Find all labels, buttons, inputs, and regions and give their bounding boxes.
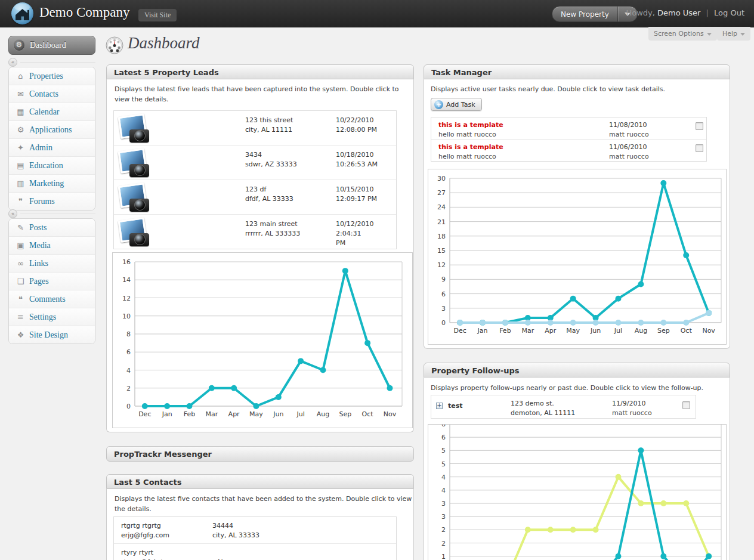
leads-monthly-chart: 0246810121416DecJanFebMarAprMayJunJulAug…: [112, 252, 413, 428]
sidebar-item-properties[interactable]: ⌂ Properties: [9, 67, 95, 85]
svg-text:Mar: Mar: [205, 410, 218, 418]
expand-plus-icon[interactable]: [436, 403, 443, 409]
contact-info-line1: [212, 548, 332, 558]
media-icon: ▣: [14, 241, 27, 250]
screen-options-tab[interactable]: Screen Options: [648, 27, 717, 41]
sidebar-item-label: Media: [29, 241, 51, 250]
svg-text:Jun: Jun: [590, 327, 601, 335]
lead-date: 10/18/2010: [336, 150, 395, 160]
key-icon: ✦: [14, 143, 27, 152]
task-row[interactable]: this is a template hello matt ruocco 11/…: [431, 139, 706, 161]
sidebar-item-label: Pages: [29, 277, 49, 286]
help-tab[interactable]: Help: [717, 27, 750, 41]
company-logo-icon[interactable]: [11, 2, 33, 24]
lead-row[interactable]: 123 df dfdf, AL 33333 10/15/2010 12:09:1…: [114, 180, 396, 214]
logout-link[interactable]: Log Out: [714, 8, 744, 17]
followup-checkbox[interactable]: [682, 401, 690, 409]
separator-line: [20, 62, 95, 63]
sidebar-item-dashboard[interactable]: Dashboard: [8, 36, 95, 55]
svg-text:Dec: Dec: [138, 410, 151, 418]
chat-bubble-icon: ❞: [14, 197, 27, 206]
svg-text:Oct: Oct: [362, 410, 374, 418]
howdy-prefix: Howdy,: [626, 8, 654, 17]
svg-text:Feb: Feb: [499, 327, 511, 335]
sidebar-item-pages[interactable]: ❑ Pages: [9, 272, 95, 290]
svg-text:2: 2: [441, 540, 446, 547]
new-property-button[interactable]: New Property: [552, 6, 638, 22]
followups-panel-title: Property Follow-ups: [431, 366, 519, 375]
followup-row[interactable]: test 123 demo st. demoton, AL 11111 11/9…: [431, 395, 696, 418]
contacts-panel-header[interactable]: Last 5 Contacts: [106, 474, 414, 489]
svg-text:Dec: Dec: [453, 327, 466, 335]
task-subtitle: hello matt ruocco: [438, 130, 588, 140]
collapse-arrow-icon[interactable]: [8, 209, 17, 218]
contacts-panel-description: Displays the latest five contacts that h…: [115, 494, 413, 514]
svg-text:18: 18: [437, 233, 446, 240]
sidebar-item-marketing[interactable]: ▥ Marketing: [9, 174, 95, 192]
svg-text:Feb: Feb: [184, 410, 195, 418]
sidebar-item-label: Posts: [29, 223, 47, 233]
svg-text:4: 4: [126, 367, 131, 375]
svg-text:3: 3: [441, 513, 446, 521]
svg-text:6: 6: [441, 434, 446, 441]
leads-panel-header[interactable]: Latest 5 Property Leads: [106, 64, 414, 79]
messenger-panel-header[interactable]: PropTrackr Messenger: [106, 446, 414, 462]
sidebar-item-applications[interactable]: ⚙ Applications: [9, 120, 95, 138]
sidebar-item-comments[interactable]: ❝ Comments: [9, 290, 95, 308]
user-greeting: Howdy, Demo User | Log Out: [626, 8, 744, 17]
svg-text:Nov: Nov: [384, 410, 397, 418]
contact-row[interactable]: rtgrtg rtgrtg erjg@fgfg.com 34444 city, …: [114, 517, 396, 543]
svg-text:8: 8: [126, 330, 131, 338]
followups-monthly-chart: 0112233445566DecJanFebMarAprMayJunJulAug…: [428, 424, 727, 560]
tasks-panel-header[interactable]: Task Manager: [424, 64, 730, 79]
svg-text:6: 6: [441, 290, 446, 298]
sidebar-item-calendar[interactable]: ▦ Calendar: [9, 103, 95, 120]
sidebar-item-settings[interactable]: ≡ Settings: [9, 308, 95, 326]
svg-text:27: 27: [437, 189, 446, 197]
svg-text:9: 9: [441, 276, 446, 283]
lead-time: 10:26:53 AM: [336, 160, 395, 169]
paint-icon: ❖: [14, 330, 27, 339]
task-checkbox[interactable]: [696, 122, 703, 130]
task-row[interactable]: this is a template hello matt ruocco 11/…: [431, 117, 706, 139]
svg-text:4: 4: [441, 474, 446, 481]
sidebar-item-label: Contacts: [29, 89, 58, 99]
sidebar-item-education[interactable]: ▤ Education: [9, 156, 95, 174]
dashboard-page: Demo Company Visit Site New Property How…: [0, 0, 754, 560]
followup-address-line1: 123 demo st.: [511, 399, 606, 409]
svg-text:15: 15: [437, 247, 446, 255]
svg-text:5: 5: [441, 460, 446, 468]
sidebar-item-contacts[interactable]: ✉ Contacts: [9, 85, 95, 103]
svg-text:Apr: Apr: [545, 327, 557, 335]
lead-address-line2: sdwr, AZ 33333: [245, 160, 332, 169]
lead-row[interactable]: 123 this street city, AL 11111 10/22/201…: [114, 111, 396, 145]
tasks-list: this is a template hello matt ruocco 11/…: [431, 117, 707, 162]
sidebar-item-media[interactable]: ▣ Media: [9, 236, 95, 254]
sidebar-collapse-separator: [8, 209, 95, 218]
lead-row[interactable]: 3434 sdwr, AZ 33333 10/18/2010 10:26:53 …: [114, 145, 396, 180]
followups-panel-description: Displays property follow-ups nearly or p…: [431, 383, 723, 394]
sidebar-item-admin[interactable]: ✦ Admin: [9, 138, 95, 156]
sidebar-item-links[interactable]: ∞ Links: [9, 254, 95, 272]
lead-address-line1: 123 df: [245, 185, 332, 194]
camera-photo-icon: [118, 148, 151, 178]
followups-panel-header[interactable]: Property Follow-ups: [424, 363, 730, 378]
lead-time: 12:09:17 PM: [336, 194, 395, 204]
sidebar-item-sitedesign[interactable]: ❖ Site Design: [9, 326, 95, 344]
chevron-down-icon: [740, 33, 745, 36]
lead-address-line2: dfdf, AL 33333: [245, 194, 332, 204]
lead-row[interactable]: 123 main street rrrrrr, AL 333333 10/12/…: [114, 214, 396, 249]
contact-info-line2: city, AL 33333: [212, 531, 332, 540]
task-checkbox[interactable]: [696, 144, 703, 152]
sidebar-dashboard-label: Dashboard: [30, 41, 66, 50]
followup-address-line2: demoton, AL 11111: [511, 409, 606, 418]
sidebar-item-forums[interactable]: ❞ Forums: [9, 192, 95, 210]
screen-options-label: Screen Options: [654, 30, 704, 38]
new-property-label[interactable]: New Property: [552, 7, 617, 21]
sidebar-item-posts[interactable]: ✎ Posts: [9, 219, 95, 236]
visit-site-button[interactable]: Visit Site: [138, 9, 177, 21]
contact-row[interactable]: rtyry rtyrt rtyrey@fghrty.com , AL: [114, 543, 396, 560]
add-task-button[interactable]: Add Task: [431, 98, 482, 111]
user-profile-link[interactable]: Demo User: [657, 8, 700, 17]
collapse-arrow-icon[interactable]: [8, 58, 17, 67]
